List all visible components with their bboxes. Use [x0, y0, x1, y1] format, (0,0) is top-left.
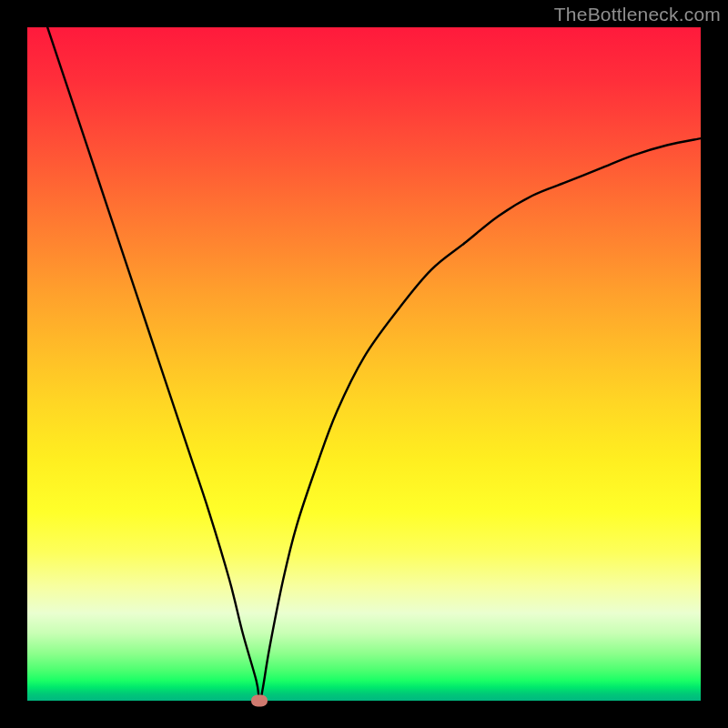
watermark-text: TheBottleneck.com — [554, 4, 721, 25]
plot-area — [27, 27, 701, 701]
optimal-point-marker — [251, 695, 268, 707]
bottleneck-curve — [27, 27, 701, 701]
chart-frame: TheBottleneck.com — [0, 0, 728, 728]
